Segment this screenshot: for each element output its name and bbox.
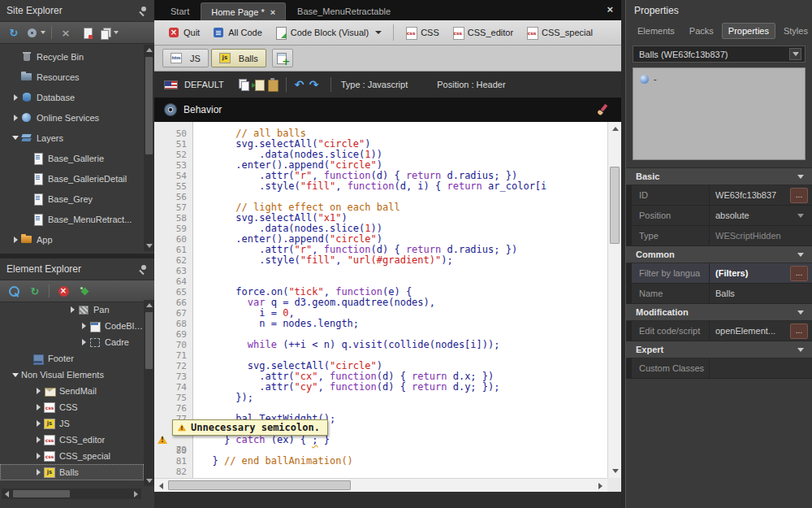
site-item-resources[interactable]: Resources <box>0 67 144 87</box>
tree-arrow-icon[interactable] <box>32 453 44 459</box>
tree-arrow-icon[interactable] <box>32 469 44 475</box>
element-item-css-editor[interactable]: CSS_editor <box>0 432 144 448</box>
document-tab-base-menuretractable[interactable]: Base_MenuRetractable <box>287 2 400 20</box>
collapse-icon[interactable] <box>797 310 804 315</box>
collapse-icon[interactable] <box>797 175 804 179</box>
scroll-thumb[interactable] <box>13 490 70 497</box>
property-value-name[interactable]: Balls <box>709 284 808 303</box>
clipboard-icon[interactable] <box>266 78 279 91</box>
add-tab-button[interactable] <box>272 49 293 67</box>
tree-arrow-icon[interactable] <box>10 373 21 377</box>
all-code-button[interactable]: All Code <box>207 24 268 41</box>
property-value-position[interactable]: absolute <box>709 206 793 225</box>
dropdown-icon[interactable] <box>797 214 804 218</box>
pin-icon[interactable] <box>138 6 148 15</box>
element-item-footer[interactable]: Footer <box>0 350 144 367</box>
document-tab-start[interactable]: Start <box>161 2 199 20</box>
element-refresh-button[interactable] <box>25 282 45 300</box>
element-item-non-visual-elements[interactable]: Non Visual Elements <box>0 367 144 383</box>
site-item-recycle-bin[interactable]: Recycle Bin <box>0 46 144 67</box>
property-section-basic[interactable]: Basic <box>626 168 812 185</box>
brush-icon[interactable] <box>597 104 608 115</box>
tree-arrow-icon[interactable] <box>67 306 78 313</box>
scroll-up-icon[interactable] <box>144 45 154 55</box>
editor-vscrollbar[interactable] <box>607 122 621 478</box>
scroll-left-icon[interactable] <box>2 488 12 499</box>
site-sync-button[interactable] <box>4 24 24 41</box>
site-item-online-services[interactable]: Online Services <box>0 107 144 128</box>
editor-hscrollbar[interactable] <box>154 478 607 492</box>
properties-tab-properties[interactable]: Properties <box>722 23 775 39</box>
tree-arrow-icon[interactable] <box>10 136 21 140</box>
chevron-down-icon[interactable] <box>789 48 801 60</box>
site-item-base-galleriedetail[interactable]: Base_GallerieDetail <box>0 168 144 189</box>
element-item-balls[interactable]: Balls <box>0 464 144 480</box>
element-wand-button[interactable] <box>75 282 94 300</box>
element-zoom-button[interactable] <box>4 282 24 300</box>
site-item-base-menuretract[interactable]: Base_MenuRetract... <box>0 209 144 229</box>
tree-arrow-icon[interactable] <box>32 420 44 427</box>
language-flag-icon[interactable] <box>164 80 178 89</box>
properties-tab-styles[interactable]: Styles <box>777 23 812 39</box>
property-section-modification[interactable]: Modification <box>626 304 812 321</box>
close-tab-icon[interactable]: × <box>270 7 275 17</box>
ellipsis-button[interactable]: ... <box>790 266 808 281</box>
scroll-down-icon[interactable] <box>144 241 154 251</box>
scroll-left-icon[interactable] <box>154 479 168 493</box>
site-item-database[interactable]: Database <box>0 87 144 107</box>
tree-arrow-icon[interactable] <box>10 94 21 101</box>
property-value-id[interactable]: WE63fc13b837 <box>709 185 788 205</box>
scroll-thumb[interactable] <box>145 312 153 369</box>
scroll-up-icon[interactable] <box>608 122 622 136</box>
site-item-base-gallerie[interactable]: Base_Gallerie <box>0 148 144 168</box>
tree-arrow-icon[interactable] <box>78 339 89 345</box>
element-item-js[interactable]: JS <box>0 415 144 432</box>
tree-arrow-icon[interactable] <box>32 404 44 410</box>
property-value-custom-classes[interactable] <box>709 358 808 378</box>
element-selector[interactable]: Balls (WE63fc13b837) <box>633 46 806 63</box>
pin-icon[interactable] <box>138 264 148 274</box>
scroll-thumb[interactable] <box>610 167 620 244</box>
tree-arrow-icon[interactable] <box>32 436 44 443</box>
document-tab-home-page[interactable]: Home Page *× <box>201 2 286 20</box>
property-value-filter-by-langua[interactable]: (Filters) <box>709 263 788 283</box>
property-section-expert[interactable]: Expert <box>626 341 812 358</box>
properties-tab-elements[interactable]: Elements <box>631 23 681 39</box>
scroll-down-icon[interactable] <box>144 475 154 486</box>
element-tree-vscrollbar[interactable] <box>144 300 154 486</box>
site-item-base-grey[interactable]: Base_Grey <box>0 189 144 209</box>
element-item-sendmail[interactable]: SendMail <box>0 383 144 399</box>
ellipsis-button[interactable]: ... <box>790 188 808 203</box>
site-new-page-button[interactable] <box>77 24 97 41</box>
scroll-thumb[interactable] <box>168 480 351 490</box>
properties-tab-packs[interactable]: Packs <box>683 23 720 39</box>
language-label[interactable]: DEFAULT <box>184 80 224 89</box>
undo-icon[interactable] <box>293 78 306 91</box>
tree-arrow-icon[interactable] <box>78 323 89 329</box>
element-item-css-special[interactable]: CSS_special <box>0 448 144 464</box>
element-tree-hscrollbar[interactable] <box>2 488 141 499</box>
redo-icon[interactable] <box>308 78 321 91</box>
copy-icon[interactable] <box>237 78 250 91</box>
element-item-cadre[interactable]: Cadre <box>0 334 144 350</box>
tree-arrow-icon[interactable] <box>10 237 21 243</box>
code-block-visual-button[interactable]: Code Block (Visual) <box>270 24 387 41</box>
site-item-layers[interactable]: Layers <box>0 128 144 148</box>
property-section-common[interactable]: Common <box>626 246 812 263</box>
file-tab-js[interactable]: JS <box>162 49 209 67</box>
scroll-down-icon[interactable] <box>608 464 622 478</box>
css-editor-button[interactable]: CSS_editor <box>447 24 519 41</box>
property-value-edit-code-script[interactable]: openElement... <box>709 321 788 341</box>
paste-in-icon[interactable] <box>252 78 265 91</box>
site-tree-scrollbar[interactable] <box>144 45 154 251</box>
collapse-icon[interactable] <box>797 348 804 352</box>
scroll-thumb[interactable] <box>145 57 153 154</box>
quit-button[interactable]: Quit <box>162 24 205 41</box>
site-gear-dropdown-button[interactable] <box>25 24 47 41</box>
scroll-up-icon[interactable] <box>144 300 154 310</box>
ellipsis-button[interactable]: ... <box>790 323 808 339</box>
property-value-type[interactable]: WEScriptHidden <box>709 226 808 245</box>
element-delete-button[interactable] <box>54 282 73 300</box>
scroll-right-icon[interactable] <box>131 488 141 499</box>
scroll-right-icon[interactable] <box>594 479 607 493</box>
